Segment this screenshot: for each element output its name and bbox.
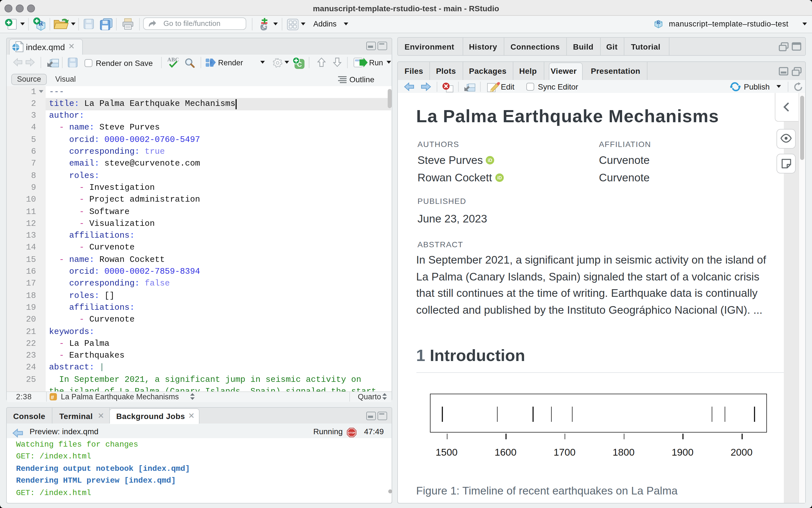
svg-text:iD: iD [497,175,501,180]
svg-text:R: R [657,20,660,25]
svg-text:STOP: STOP [348,431,355,434]
svg-text:iD: iD [487,158,492,163]
